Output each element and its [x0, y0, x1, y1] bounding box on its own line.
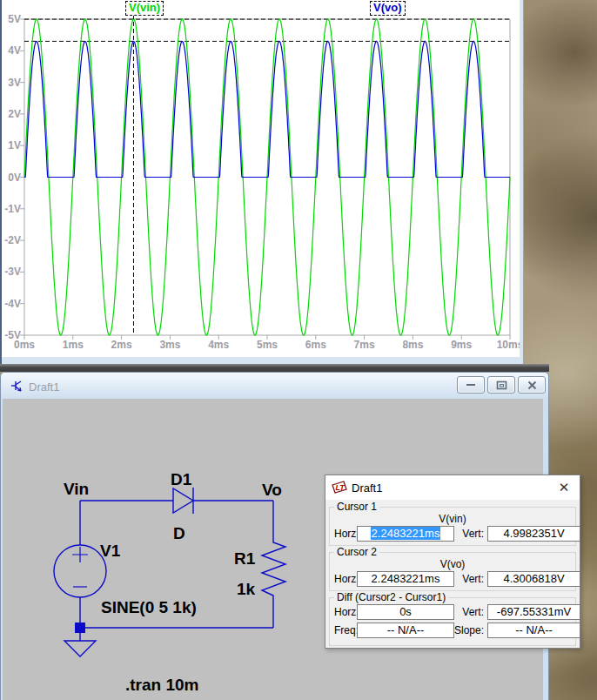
diff-freq-value[interactable]: -- N/A-- [357, 623, 454, 638]
x-axis-label: 10ms [491, 339, 529, 351]
label-r1: R1 [234, 549, 256, 568]
cursor-dialog[interactable]: LT Draft1 ✕ Cursor 1 V(vin) Horz: 2.2483… [325, 475, 580, 649]
svg-text:LT: LT [336, 483, 346, 492]
window-title: Draft1 [29, 380, 59, 394]
diff-slope-value[interactable]: -- N/A-- [487, 623, 580, 638]
cursor1-vert-value[interactable]: 4.9982351V [487, 526, 580, 542]
y-axis-label: -2V [2, 234, 21, 246]
x-axis-label: 1ms [54, 339, 92, 351]
vert-label: Vert: [450, 606, 484, 618]
plot-pane[interactable] [2, 0, 526, 355]
cursor1-group: Cursor 1 V(vin) Horz: 2.2483221ms Vert: … [329, 507, 576, 546]
x-axis-label: 2ms [103, 339, 141, 351]
close-button[interactable] [518, 376, 546, 394]
x-axis-label: 6ms [297, 339, 335, 351]
cursor1-group-label: Cursor 1 [334, 501, 379, 513]
diff-group: Diff (Cursor2 - Cursor1) Horz: 0s Vert: … [329, 597, 576, 646]
minimize-button[interactable] [457, 376, 485, 394]
diff-horz-value[interactable]: 0s [357, 604, 454, 620]
restore-button[interactable] [487, 376, 515, 394]
dialog-titlebar[interactable]: LT Draft1 ✕ [325, 475, 580, 500]
y-axis-label: -4V [2, 298, 21, 310]
y-axis-label: 0V [2, 172, 21, 184]
freq-label: Freq: [334, 624, 359, 636]
resistor-r1 [262, 523, 285, 628]
plot-window-frame-right [520, 0, 523, 364]
v1-plus-icon [72, 547, 88, 562]
y-axis-label: -1V [2, 203, 21, 215]
schematic-app-icon [9, 379, 23, 393]
label-tran-directive: .tran 10m [125, 676, 198, 694]
trace-vo [24, 41, 510, 177]
junction-node [75, 623, 85, 633]
ltspice-icon: LT [332, 481, 347, 495]
waveform-viewer-window[interactable]: V(vin) V(vo) 5V4V3V2V1V0V-1V-2V-3V-4V-5V… [0, 0, 524, 364]
plot-window-frame-bottom [2, 357, 523, 364]
ground-symbol [64, 641, 96, 656]
x-axis-label: 5ms [248, 339, 286, 351]
dialog-title: Draft1 [352, 481, 382, 495]
label-vo: Vo [262, 481, 282, 499]
x-axis-label: 4ms [199, 339, 238, 351]
x-axis-label: 9ms [442, 339, 480, 351]
diff-group-label: Diff (Cursor2 - Cursor1) [334, 591, 448, 603]
vert-label: Vert: [450, 573, 484, 585]
y-axis-label: 3V [2, 77, 21, 89]
cursor2-group-label: Cursor 2 [334, 546, 379, 558]
horz-label: Horz: [334, 573, 359, 585]
dialog-close-icon[interactable]: ✕ [556, 480, 572, 495]
trace-legend-vo[interactable]: V(vo) [370, 1, 406, 16]
cursor1-trace-name: V(vin) [330, 513, 575, 525]
trace-legend-vin[interactable]: V(vin) [125, 1, 164, 16]
y-axis-label: 2V [2, 108, 21, 120]
label-sine-spec: SINE(0 5 1k) [101, 598, 197, 616]
label-d1: D1 [171, 470, 192, 488]
x-axis-label: 8ms [393, 339, 432, 351]
diode-d1 [173, 488, 193, 513]
cursor2-trace-name: V(vo) [330, 558, 575, 570]
cursor2-horz-value[interactable]: 2.2483221ms [357, 571, 454, 587]
label-vin: Vin [64, 480, 89, 498]
cursor2-vert-value[interactable]: 4.3006818V [487, 571, 580, 587]
x-axis-label: 3ms [151, 339, 189, 351]
y-axis-label: 1V [2, 139, 21, 151]
cursor2-group: Cursor 2 V(vo) Horz: 2.2483221ms Vert: 4… [329, 552, 576, 591]
label-v1: V1 [100, 542, 121, 560]
y-axis-label: 4V [2, 44, 21, 57]
vert-label: Vert: [450, 528, 484, 540]
slope-label: Slope: [450, 624, 484, 636]
x-axis-label: 0ms [5, 339, 44, 351]
label-1k: 1k [237, 580, 256, 598]
cursor1-horz-value[interactable]: 2.2483221ms [357, 526, 454, 542]
schematic-titlebar[interactable]: Draft1 [1, 373, 548, 399]
label-d: D [173, 524, 185, 542]
y-axis-label: -3V [2, 266, 21, 278]
y-axis-label: 5V [2, 13, 21, 25]
horz-label: Horz: [334, 528, 359, 540]
window-separator [0, 364, 549, 372]
x-axis-label: 7ms [345, 339, 384, 351]
selected-text: 2.2483221ms [371, 527, 441, 540]
horz-label: Horz: [334, 606, 359, 618]
diff-vert-value[interactable]: -697.55331mV [487, 604, 580, 620]
